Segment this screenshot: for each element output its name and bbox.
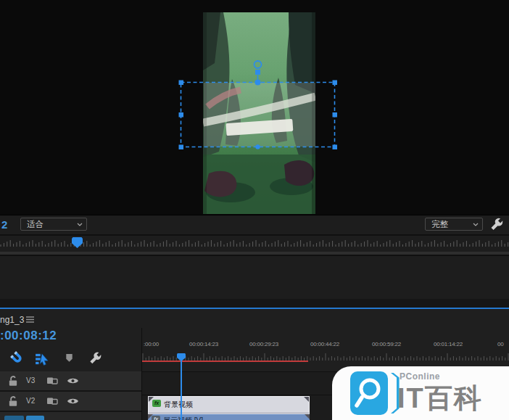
handle-bottom-center[interactable]	[255, 144, 260, 149]
v1-source-patch-button[interactable]	[4, 416, 24, 420]
chevron-down-icon	[473, 223, 479, 226]
ruler-label: 00:00:29:23	[249, 341, 278, 347]
ruler-label: 00:01:14:22	[434, 341, 463, 347]
handle-bottom-left[interactable]	[179, 145, 184, 150]
track-name[interactable]: V2	[26, 397, 35, 405]
snap-magnet-icon[interactable]	[7, 347, 29, 370]
handle-mid-left[interactable]	[179, 112, 184, 118]
ruler-label: 00	[497, 341, 504, 347]
render-bar-red	[142, 361, 308, 362]
ruler-label: 00:00:44:22	[310, 341, 339, 347]
transform-selection-overlay[interactable]	[0, 0, 509, 215]
sync-lock-icon[interactable]	[46, 375, 58, 387]
transport-controls: { }	[0, 255, 509, 300]
handle-top-right[interactable]	[333, 81, 338, 86]
monitor-settings-wrench-icon[interactable]	[489, 217, 504, 231]
handle-top-center[interactable]	[255, 80, 261, 86]
anchor-square[interactable]	[255, 70, 260, 75]
ruler-label: 00:00:59:22	[372, 341, 401, 347]
track-name[interactable]: V3	[26, 376, 35, 384]
timeline-settings-wrench-icon[interactable]	[88, 351, 102, 365]
clip-background-video[interactable]: fx 背景视频	[148, 396, 310, 414]
panel-menu-icon[interactable]	[26, 316, 34, 323]
fx-badge: fx	[152, 416, 160, 420]
header-content-divider	[141, 328, 142, 420]
ruler-label: :00:00	[144, 341, 159, 347]
clip-title: 背景视频	[164, 400, 193, 410]
monitor-timecode-fragment: 2	[1, 218, 7, 231]
track-lock-icon[interactable]	[7, 395, 19, 407]
panel-gap	[0, 299, 509, 308]
magnifier-logo	[350, 371, 388, 415]
linked-selection-icon[interactable]	[35, 351, 51, 367]
track-output-eye-icon[interactable]	[67, 376, 79, 385]
handle-top-left[interactable]	[179, 81, 184, 86]
track-header-area: V3 V2	[0, 371, 141, 420]
playhead-timecode[interactable]: :00:08:12	[0, 329, 57, 343]
track-lock-icon[interactable]	[7, 375, 19, 387]
timeline-ruler-ticks	[143, 353, 508, 361]
premiere-app-window: 2 适合 完整 { }	[0, 0, 509, 420]
timeline-playhead-line	[181, 360, 182, 420]
ruler-label: 00:00:14:23	[189, 341, 218, 347]
monitor-control-bar: 2 适合 完整	[0, 215, 509, 234]
sequence-tab[interactable]: ng1_3	[0, 315, 24, 325]
handle-mid-right[interactable]	[333, 112, 338, 118]
track-output-eye-icon[interactable]	[67, 397, 79, 405]
add-marker-icon[interactable]	[64, 353, 75, 363]
handle-bottom-right[interactable]	[333, 145, 338, 150]
track-row-v3: V3	[0, 371, 141, 392]
program-monitor-viewer	[0, 0, 509, 215]
anchor-point-circle[interactable]	[255, 61, 262, 68]
playback-quality-select[interactable]: 完整	[425, 218, 483, 231]
monitor-scrollbar[interactable]	[0, 252, 509, 255]
clip-display-video[interactable]: fx 展示视频 [V]	[148, 413, 310, 420]
chevron-down-icon	[77, 223, 83, 226]
v1-track-target-button[interactable]	[26, 416, 44, 420]
sync-lock-icon[interactable]	[46, 395, 58, 407]
track-row-v2: V2	[0, 392, 141, 412]
clip-title: 展示视频 [V]	[163, 416, 203, 420]
zoom-level-select[interactable]: 适合	[20, 218, 87, 231]
pconline-watermark: PConline IT百科	[332, 366, 509, 420]
watermark-title: IT百科	[397, 380, 483, 417]
fx-badge: fx	[152, 400, 161, 407]
